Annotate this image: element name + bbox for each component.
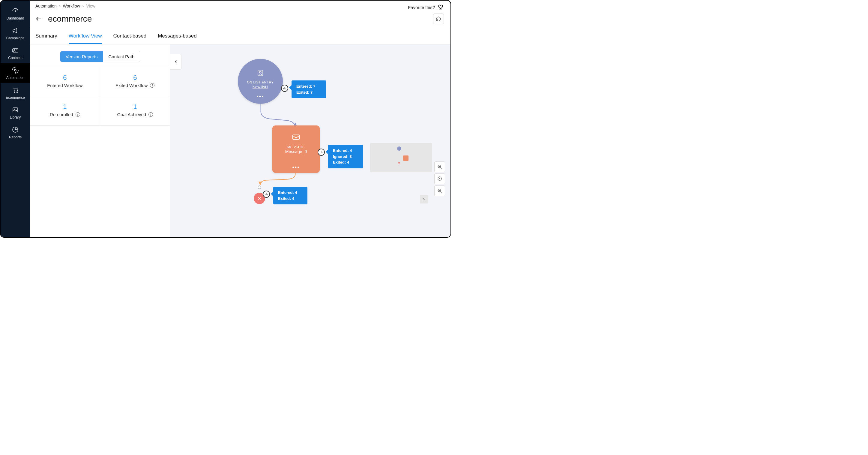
stats-panel: Version Reports Contact Path 6 Entered W…	[30, 45, 170, 126]
node-stats-popover: Entered: 4 Ignored: 3 Exited: 4	[328, 145, 363, 168]
gauge-icon	[12, 7, 19, 15]
node-stats-button[interactable]	[263, 191, 270, 198]
sidebar-item-label: Ecommerce	[6, 95, 25, 99]
stat-exited-workflow[interactable]: 6 Exited Workflowi	[100, 67, 170, 96]
stat-label: Re-enrolled	[50, 112, 73, 117]
favorite-label: Favorite this?	[408, 5, 435, 10]
sidebar-item-label: Library	[10, 115, 21, 119]
svg-point-5	[17, 92, 18, 93]
node-link[interactable]: New list1	[252, 85, 269, 89]
sidebar-item-dashboard[interactable]: Dashboard	[1, 4, 30, 23]
info-icon[interactable]: i	[149, 112, 153, 117]
back-button[interactable]	[35, 16, 42, 22]
stat-line: Exited: 4	[278, 196, 303, 202]
workflow-canvas[interactable]: ON LIST ENTRY New list1 ••• Entered: 7 E…	[170, 45, 451, 237]
stat-goal-achieved[interactable]: 1 Goal Achievedi	[100, 96, 170, 125]
refresh-button[interactable]	[433, 13, 444, 24]
minimap-node-icon	[398, 162, 400, 164]
zoom-in-button[interactable]	[434, 162, 445, 172]
stat-entered-workflow[interactable]: 6 Entered Workflow	[30, 67, 100, 96]
node-menu-button[interactable]: •••	[292, 165, 300, 170]
sidebar-item-ecommerce[interactable]: Ecommerce	[1, 83, 30, 103]
cart-icon	[12, 86, 19, 94]
sidebar-item-label: Dashboard	[7, 16, 24, 21]
node-stats-button[interactable]	[281, 85, 288, 92]
stat-value: 1	[33, 103, 97, 111]
breadcrumb-item: View	[86, 4, 95, 8]
node-menu-button[interactable]: •••	[257, 94, 264, 99]
chevron-right-icon: ›	[59, 4, 61, 8]
tab-workflow-view[interactable]: Workflow View	[69, 28, 102, 44]
stat-line: Exited: 7	[296, 89, 321, 95]
close-minimap-button[interactable]	[420, 195, 428, 203]
zoom-reset-button[interactable]	[434, 173, 445, 184]
heart-icon	[437, 4, 444, 11]
svg-rect-11	[293, 135, 300, 140]
stat-label: Goal Achieved	[117, 112, 146, 117]
megaphone-icon	[12, 27, 19, 34]
svg-point-4	[14, 92, 15, 93]
page-title: ecommerce	[48, 14, 92, 24]
sidebar-item-label: Campaigns	[6, 36, 25, 40]
stat-line: Entered: 4	[278, 190, 303, 196]
favorite-toggle[interactable]: Favorite this?	[408, 4, 444, 11]
minimap[interactable]	[370, 143, 432, 172]
node-trigger[interactable]: ON LIST ENTRY New list1 •••	[238, 59, 283, 104]
node-stats-popover: Entered: 7 Exited: 7	[291, 80, 326, 98]
sidebar-item-library[interactable]: Library	[1, 103, 30, 122]
node-type-label: ON LIST ENTRY	[247, 80, 274, 84]
minimap-node-icon	[403, 155, 408, 161]
collapse-panel-button[interactable]	[170, 54, 182, 69]
stat-value: 1	[103, 103, 167, 111]
sidebar-item-label: Contacts	[8, 56, 22, 60]
stat-value: 6	[103, 74, 167, 82]
breadcrumb: Automation › Workflow › View	[35, 4, 95, 8]
user-card-icon	[256, 69, 265, 78]
zoom-controls	[434, 162, 445, 196]
tab-messages-based[interactable]: Messages-based	[158, 28, 196, 44]
stat-line: Ignored: 3	[333, 154, 358, 160]
node-message[interactable]: MESSAGE Message_0 •••	[272, 125, 320, 173]
stat-value: 6	[33, 74, 97, 82]
zoom-out-button[interactable]	[434, 186, 445, 196]
node-type-label: MESSAGE	[287, 145, 305, 149]
connector-dot	[258, 186, 261, 189]
sidebar-item-reports[interactable]: Reports	[1, 122, 30, 142]
envelope-icon	[291, 133, 301, 143]
breadcrumb-item[interactable]: Workflow	[63, 4, 80, 8]
chevron-right-icon: ›	[83, 4, 84, 8]
sidebar-item-label: Automation	[6, 76, 25, 80]
node-stats-popover: Entered: 4 Exited: 4	[273, 187, 307, 204]
sidebar: Dashboard Campaigns Contacts Automation …	[1, 1, 30, 237]
tab-contact-based[interactable]: Contact-based	[113, 28, 147, 44]
sidebar-item-automation[interactable]: Automation	[1, 63, 30, 83]
info-icon[interactable]: i	[75, 112, 80, 117]
pie-chart-icon	[12, 126, 19, 133]
sidebar-item-label: Reports	[9, 135, 22, 139]
tab-summary[interactable]: Summary	[35, 28, 57, 44]
report-toggle: Version Reports Contact Path	[60, 51, 140, 62]
toggle-contact-path[interactable]: Contact Path	[103, 51, 140, 62]
stat-line: Exited: 4	[333, 160, 358, 165]
sidebar-item-campaigns[interactable]: Campaigns	[1, 23, 30, 43]
main: Automation › Workflow › View Favorite th…	[30, 1, 451, 237]
tabs: Summary Workflow View Contact-based Mess…	[30, 28, 451, 45]
svg-point-2	[14, 50, 15, 51]
stat-label: Exited Workflow	[116, 83, 148, 88]
id-card-icon	[12, 47, 19, 54]
info-icon[interactable]: i	[150, 83, 154, 88]
image-icon	[12, 106, 19, 113]
minimap-node-icon	[397, 146, 401, 151]
stat-line: Entered: 7	[296, 83, 321, 89]
stat-re-enrolled[interactable]: 1 Re-enrolledi	[30, 96, 100, 125]
node-title: Message_0	[285, 149, 307, 154]
stat-line: Entered: 4	[333, 148, 358, 154]
node-stats-button[interactable]	[318, 148, 325, 156]
breadcrumb-item[interactable]: Automation	[35, 4, 57, 8]
svg-point-3	[14, 69, 16, 71]
svg-rect-6	[13, 108, 18, 112]
sidebar-item-contacts[interactable]: Contacts	[1, 43, 30, 63]
toggle-version-reports[interactable]: Version Reports	[60, 51, 103, 62]
svg-rect-1	[12, 49, 18, 52]
automation-icon	[12, 67, 19, 74]
